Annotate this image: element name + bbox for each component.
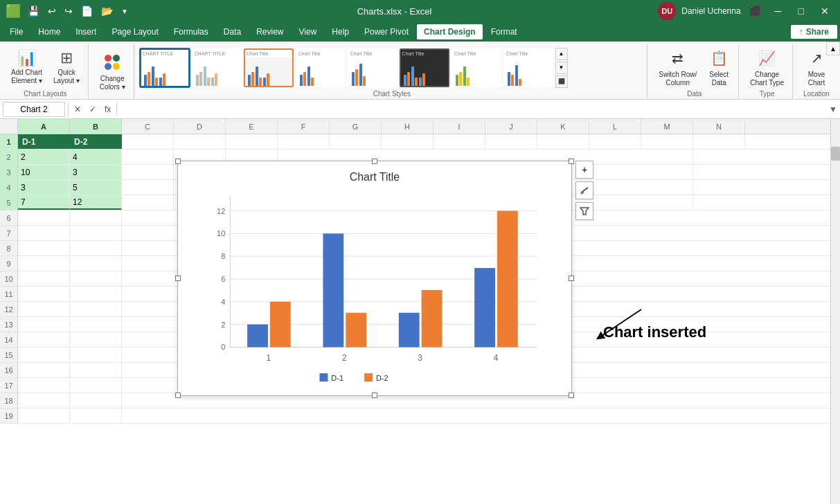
cell-e1[interactable] xyxy=(226,134,278,149)
cell-h1[interactable] xyxy=(382,134,434,149)
save-button[interactable]: 💾 xyxy=(25,4,42,18)
chart-style-6[interactable]: Chart Title xyxy=(400,48,449,87)
chart-style-8[interactable]: Chart Title xyxy=(503,48,553,87)
bar-g1-d2[interactable] xyxy=(270,302,291,348)
chart-elements-button[interactable]: + xyxy=(575,161,593,179)
menu-formulas[interactable]: Formulas xyxy=(167,24,215,39)
chart-handle-n[interactable] xyxy=(372,159,377,164)
chart-handle-nw[interactable] xyxy=(175,159,181,164)
cell-k1[interactable] xyxy=(537,134,589,149)
menu-review[interactable]: Review xyxy=(249,24,290,39)
col-header-g[interactable]: G xyxy=(330,119,382,134)
menu-file[interactable]: File xyxy=(3,24,30,39)
cell-b2[interactable]: 4 xyxy=(70,150,122,164)
cancel-formula-button[interactable]: ✕ xyxy=(71,105,84,114)
select-data-button[interactable]: 📋 SelectData xyxy=(704,46,734,89)
cell-l1[interactable] xyxy=(589,134,641,149)
cell-b1[interactable]: D-2 xyxy=(70,134,122,149)
scroll-down-button[interactable]: ▼ xyxy=(555,62,568,74)
cell-g1[interactable] xyxy=(330,134,382,149)
col-header-f[interactable]: F xyxy=(278,119,330,134)
open-button[interactable]: 📂 xyxy=(98,4,116,18)
maximize-button[interactable]: □ xyxy=(793,6,810,17)
minimize-button[interactable]: ─ xyxy=(769,6,787,17)
menu-format[interactable]: Format xyxy=(484,24,524,39)
cell-a2[interactable]: 2 xyxy=(18,150,70,164)
grid-area[interactable]: A B C D E F G H I J K L M N D-1 D-2 xyxy=(18,119,840,504)
new-button[interactable]: 📄 xyxy=(78,4,96,18)
col-header-m[interactable]: M xyxy=(641,119,693,134)
col-header-a[interactable]: A xyxy=(18,119,70,134)
cell-b4[interactable]: 5 xyxy=(70,180,122,195)
menu-help[interactable]: Help xyxy=(325,24,356,39)
share-button[interactable]: ↑ Share xyxy=(791,25,837,39)
bar-g2-d2[interactable] xyxy=(346,313,366,348)
formula-expand-icon[interactable]: ▼ xyxy=(829,105,837,114)
menu-power-pivot[interactable]: Power Pivot xyxy=(357,24,415,39)
bar-g2-d1[interactable] xyxy=(323,233,343,347)
add-chart-element-button[interactable]: 📊 Add ChartElement ▾ xyxy=(7,48,46,87)
chart-style-2[interactable]: CHART TITLE xyxy=(192,48,242,87)
bar-g3-d1[interactable] xyxy=(399,313,420,348)
col-header-j[interactable]: J xyxy=(485,119,537,134)
cell-a5[interactable]: 7 xyxy=(18,195,70,210)
quick-layout-button[interactable]: ⊞ QuickLayout ▾ xyxy=(49,48,84,87)
col-header-d[interactable]: D xyxy=(174,119,226,134)
cell-n1[interactable] xyxy=(693,134,745,149)
change-chart-type-button[interactable]: 📈 ChangeChart Type xyxy=(746,46,788,89)
cell-c1[interactable] xyxy=(122,134,174,149)
confirm-formula-button[interactable]: ✓ xyxy=(87,105,99,114)
menu-view[interactable]: View xyxy=(292,24,324,39)
close-button[interactable]: ✕ xyxy=(815,6,834,17)
menu-home[interactable]: Home xyxy=(31,24,67,39)
bar-g4-d2[interactable] xyxy=(497,211,518,348)
change-colors-button[interactable]: ChangeColors ▾ xyxy=(96,50,129,93)
redo-button[interactable]: ↪ xyxy=(62,4,75,18)
cell-a3[interactable]: 10 xyxy=(18,165,70,179)
menu-data[interactable]: Data xyxy=(217,24,248,39)
cell-c3[interactable] xyxy=(122,165,174,179)
chart-styles-button[interactable] xyxy=(575,181,593,199)
profile-avatar[interactable]: DU xyxy=(658,2,676,20)
cell-b3[interactable]: 3 xyxy=(70,165,122,179)
chart-handle-s[interactable] xyxy=(372,393,377,398)
insert-function-button[interactable]: fx xyxy=(102,105,114,114)
col-header-i[interactable]: I xyxy=(434,119,485,134)
col-header-h[interactable]: H xyxy=(382,119,434,134)
ribbon-collapse-button[interactable]: ▲ xyxy=(826,42,840,55)
formula-input[interactable] xyxy=(120,105,826,114)
chart-handle-ne[interactable] xyxy=(569,159,574,164)
bar-g1-d1[interactable] xyxy=(247,325,268,348)
cell-i1[interactable] xyxy=(434,134,485,149)
chart-style-5[interactable]: Chart Title xyxy=(348,48,397,87)
cell-c5[interactable] xyxy=(122,195,174,210)
cell-a1[interactable]: D-1 xyxy=(18,134,70,149)
menu-page-layout[interactable]: Page Layout xyxy=(105,24,165,39)
scroll-up-button[interactable]: ▲ xyxy=(555,48,568,60)
cell-a4[interactable]: 3 xyxy=(18,180,70,195)
chart-style-3[interactable]: Chart Title xyxy=(244,48,294,87)
menu-insert[interactable]: Insert xyxy=(69,24,103,39)
col-header-b[interactable]: B xyxy=(70,119,122,134)
chart-filters-button[interactable] xyxy=(575,202,593,220)
cell-b6[interactable] xyxy=(70,210,122,225)
chart-style-7[interactable]: Chart Title xyxy=(452,48,501,87)
col-header-c[interactable]: C xyxy=(122,119,174,134)
cell-d1[interactable] xyxy=(174,134,226,149)
col-header-k[interactable]: K xyxy=(537,119,589,134)
col-header-l[interactable]: L xyxy=(589,119,641,134)
undo-button[interactable]: ↩ xyxy=(45,4,59,18)
chart-handle-w[interactable] xyxy=(175,276,181,281)
ribbon-display-btn[interactable]: ⬛ xyxy=(747,4,764,18)
chart-handle-se[interactable] xyxy=(569,393,574,398)
cell-j1[interactable] xyxy=(485,134,537,149)
scroll-more-button[interactable]: ⬛ xyxy=(555,75,568,88)
switch-row-col-button[interactable]: ⇄ Switch Row/Column xyxy=(654,46,701,89)
name-box[interactable] xyxy=(3,102,65,117)
chart-style-4[interactable]: Chart Title xyxy=(296,48,346,87)
bar-g4-d1[interactable] xyxy=(474,268,495,347)
cell-b5[interactable]: 12 xyxy=(70,195,122,210)
cell-f1[interactable] xyxy=(278,134,330,149)
chart-style-1[interactable]: CHART TITLE xyxy=(140,48,190,87)
chart-handle-sw[interactable] xyxy=(175,393,181,398)
